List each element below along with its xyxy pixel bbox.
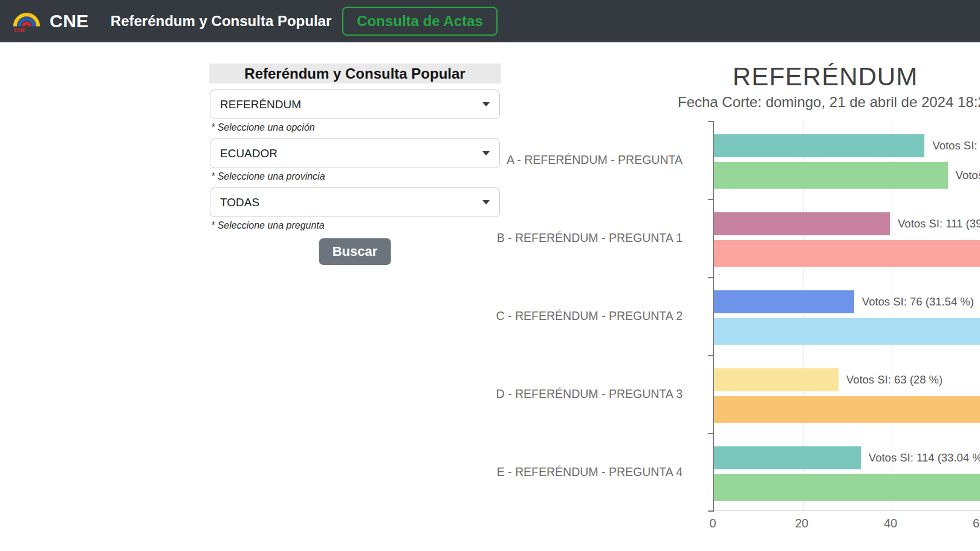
select-opcion-value: REFERÉNDUM	[220, 98, 301, 111]
axis-tick	[708, 277, 714, 278]
chart-plot: A - REFERÉNDUM - PREGUNTAVotos SI: 1Voto…	[713, 121, 980, 511]
helper-opcion: * Seleccione una opción	[211, 122, 315, 133]
bar-value-label: Votos	[956, 162, 980, 189]
bar-value-label: Votos SI: 111 (39.6	[898, 212, 980, 235]
category-label: A - REFERÉNDUM - PREGUNTA	[507, 121, 683, 199]
helper-pregunta: * Seleccione una pregunta	[211, 220, 325, 231]
category-label: C - REFERÉNDUM - PREGUNTA 2	[496, 277, 683, 355]
x-tick-label: 60	[973, 517, 980, 530]
bar-si-C	[714, 290, 854, 313]
bar-si-D	[714, 368, 839, 391]
bar-no-C	[714, 318, 980, 345]
select-pregunta[interactable]: TODAS	[210, 187, 500, 217]
bar-si-B	[714, 212, 890, 235]
bar-value-label: Votos SI: 114 (33.04 %)	[869, 446, 980, 469]
bar-si-A	[714, 134, 924, 157]
axis-tick	[708, 510, 714, 512]
select-provincia-value: ECUADOR	[220, 147, 277, 160]
x-axis-labels: 0204060	[713, 517, 980, 532]
bar-value-label: Votos SI: 63 (28 %)	[846, 368, 943, 391]
consulta-actas-button[interactable]: Consulta de Actas	[342, 7, 498, 36]
navbar: cne CNE Referéndum y Consulta Popular Co…	[0, 0, 980, 42]
category-label: E - REFERÉNDUM - PREGUNTA 4	[497, 433, 683, 511]
select-provincia[interactable]: ECUADOR	[210, 139, 500, 168]
axis-tick	[708, 199, 714, 200]
x-tick-label: 40	[884, 517, 897, 530]
brand-text: CNE	[50, 11, 89, 31]
chevron-down-icon	[482, 151, 490, 155]
svg-text:cne: cne	[14, 26, 25, 33]
bar-no-E	[714, 474, 980, 501]
chevron-down-icon	[482, 102, 490, 106]
cne-logo-icon: cne	[11, 7, 42, 35]
nav-title: Referéndum y Consulta Popular	[111, 13, 331, 30]
bar-no-D	[714, 396, 980, 423]
category-label: B - REFERÉNDUM - PREGUNTA 1	[497, 199, 683, 277]
bar-value-label: Votos SI: 76 (31.54 %)	[862, 290, 974, 313]
x-tick-label: 0	[709, 517, 716, 530]
brand: cne CNE	[11, 7, 89, 35]
chevron-down-icon	[482, 200, 490, 204]
bar-no-A	[714, 162, 948, 189]
bar-value-label: Votos SI: 1	[932, 134, 980, 157]
search-form-panel: Referéndum y Consulta Popular REFERÉNDUM…	[209, 64, 501, 83]
x-tick-label: 20	[795, 517, 808, 530]
select-pregunta-value: TODAS	[220, 196, 259, 209]
buscar-button[interactable]: Buscar	[319, 238, 391, 265]
chart-subtitle: Fecha Corte: domingo, 21 de abril de 202…	[678, 94, 980, 111]
bar-si-E	[714, 446, 861, 469]
chart-title: REFERÉNDUM	[733, 62, 918, 91]
category-label: D - REFERÉNDUM - PREGUNTA 3	[496, 355, 683, 433]
axis-tick	[708, 355, 714, 356]
select-opcion[interactable]: REFERÉNDUM	[210, 90, 500, 119]
bar-no-B	[714, 240, 980, 267]
helper-provincia: * Seleccione una provincia	[211, 171, 325, 182]
axis-tick	[708, 433, 714, 434]
axis-tick	[708, 121, 714, 122]
form-title: Referéndum y Consulta Popular	[209, 64, 501, 83]
